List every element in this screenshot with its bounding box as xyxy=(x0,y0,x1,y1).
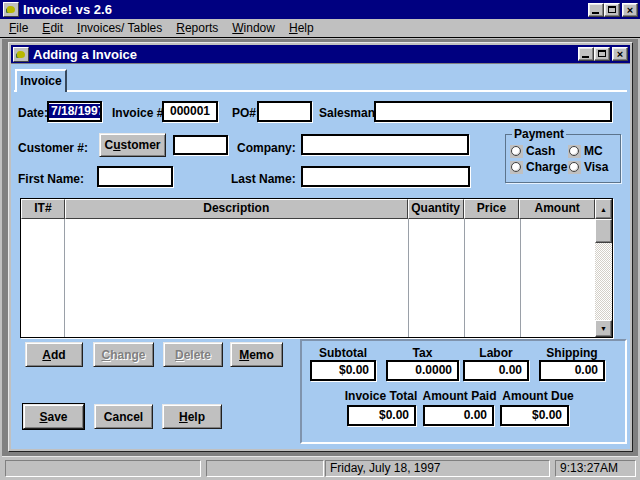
column-header-quantity[interactable]: Quantity xyxy=(408,199,464,219)
dialog-content: Invoice Date: 7/18/1997 Invoice #: 00000… xyxy=(11,63,630,449)
scrollbar-track[interactable]: ▼ xyxy=(595,219,612,337)
amount-due-field[interactable]: $0.00 xyxy=(500,405,569,426)
salesman-label: Salesman: xyxy=(319,106,379,120)
last-name-label: Last Name: xyxy=(231,172,296,186)
date-field[interactable]: 7/18/1997 xyxy=(47,101,102,122)
column-header-item[interactable]: IT# xyxy=(21,199,65,219)
invoice-number-label: Invoice #: xyxy=(112,106,167,120)
menu-bar: File Edit Invoices/ Tables Reports Windo… xyxy=(0,19,640,38)
window-controls: × xyxy=(588,3,638,17)
grid-header-row: IT# Description Quantity Price Amount ▲ xyxy=(21,199,612,219)
payment-legend: Payment xyxy=(512,127,566,141)
first-name-label: First Name: xyxy=(18,172,84,186)
status-date: Friday, July 18, 1997 xyxy=(325,460,550,477)
last-name-field[interactable] xyxy=(301,166,470,187)
dialog-maximize-icon[interactable] xyxy=(594,47,610,61)
amount-due-label: Amount Due xyxy=(498,389,578,403)
radio-icon xyxy=(510,145,523,158)
delete-button[interactable]: Delete xyxy=(163,342,223,367)
dialog-titlebar: Adding a Invoice × xyxy=(11,45,630,63)
invoice-total-field[interactable]: $0.00 xyxy=(347,405,416,426)
radio-icon xyxy=(568,161,581,174)
adding-invoice-window: Adding a Invoice × Invoice Date: 7/18/19… xyxy=(8,42,633,452)
subtotal-label: Subtotal xyxy=(310,346,376,360)
app-titlebar: Invoice! vs 2.6 × xyxy=(0,0,640,19)
help-button[interactable]: Help xyxy=(162,404,222,429)
customer-number-field[interactable] xyxy=(173,135,228,155)
po-label: PO#: xyxy=(232,106,260,120)
add-button[interactable]: Add xyxy=(25,342,83,367)
application-window: Invoice! vs 2.6 × File Edit Invoices/ Ta… xyxy=(0,0,640,480)
menu-window[interactable]: Window xyxy=(225,19,282,37)
tax-label: Tax xyxy=(386,346,459,360)
grid-body[interactable]: ▼ xyxy=(21,219,612,337)
app-title: Invoice! vs 2.6 xyxy=(23,2,112,17)
status-panel-2 xyxy=(206,460,324,477)
change-button[interactable]: Change xyxy=(93,342,154,367)
minimize-icon[interactable] xyxy=(588,3,604,17)
menu-invoices-tables[interactable]: Invoices/ Tables xyxy=(70,19,169,37)
date-label: Date: xyxy=(18,106,48,120)
payment-charge-radio[interactable]: Charge xyxy=(510,160,568,174)
scroll-up-icon[interactable]: ▲ xyxy=(595,199,612,219)
amount-paid-field[interactable]: 0.00 xyxy=(423,405,494,426)
radio-icon xyxy=(568,145,581,158)
tab-strip-line xyxy=(14,90,627,92)
payment-cash-radio[interactable]: Cash xyxy=(510,144,568,158)
invoice-total-label: Invoice Total xyxy=(332,389,430,403)
customer-button[interactable]: Customer xyxy=(99,133,166,157)
subtotal-field[interactable]: $0.00 xyxy=(310,360,376,381)
salesman-field[interactable] xyxy=(374,101,612,122)
maximize-icon[interactable] xyxy=(604,3,620,17)
cancel-button[interactable]: Cancel xyxy=(94,404,153,429)
totals-panel: Subtotal Tax Labor Shipping $0.00 0.0000… xyxy=(300,339,627,444)
menu-reports[interactable]: Reports xyxy=(169,19,225,37)
shipping-field[interactable]: 0.00 xyxy=(539,360,605,381)
date-value: 7/18/1997 xyxy=(49,104,102,118)
status-time: 9:13:27AM xyxy=(555,460,636,477)
dialog-close-icon[interactable]: × xyxy=(612,47,628,61)
scroll-down-icon[interactable]: ▼ xyxy=(595,320,612,337)
mdi-client-area: Adding a Invoice × Invoice Date: 7/18/19… xyxy=(2,39,638,456)
dialog-window-controls: × xyxy=(578,47,628,61)
payment-group: Payment Cash MC Charge Visa xyxy=(505,127,621,183)
save-button[interactable]: Save xyxy=(23,404,84,429)
payment-visa-radio[interactable]: Visa xyxy=(568,160,610,174)
status-panel-1 xyxy=(5,460,201,477)
amount-paid-label: Amount Paid xyxy=(417,389,502,403)
invoice-number-field[interactable]: 000001 xyxy=(162,101,218,122)
labor-field[interactable]: 0.00 xyxy=(463,360,529,381)
column-header-amount[interactable]: Amount xyxy=(519,199,595,219)
po-field[interactable] xyxy=(257,101,312,122)
shipping-label: Shipping xyxy=(539,346,605,360)
menu-help[interactable]: Help xyxy=(282,19,321,37)
customer-number-label: Customer #: xyxy=(18,141,88,155)
dialog-minimize-icon[interactable] xyxy=(578,47,594,61)
column-header-description[interactable]: Description xyxy=(65,199,408,219)
labor-label: Labor xyxy=(463,346,529,360)
status-bar: Friday, July 18, 1997 9:13:27AM xyxy=(2,456,638,480)
tax-field[interactable]: 0.0000 xyxy=(386,360,459,381)
payment-mc-radio[interactable]: MC xyxy=(568,144,605,158)
first-name-field[interactable] xyxy=(97,166,173,187)
column-header-price[interactable]: Price xyxy=(464,199,520,219)
radio-icon xyxy=(510,161,523,174)
memo-button[interactable]: Memo xyxy=(230,342,283,367)
app-icon xyxy=(3,2,19,17)
tab-invoice[interactable]: Invoice xyxy=(15,69,67,92)
scrollbar-thumb[interactable] xyxy=(595,219,612,243)
dialog-icon xyxy=(13,47,29,62)
company-label: Company: xyxy=(237,141,296,155)
dialog-title: Adding a Invoice xyxy=(33,47,137,62)
close-icon[interactable]: × xyxy=(622,3,638,17)
menu-edit[interactable]: Edit xyxy=(35,19,70,37)
line-items-grid: IT# Description Quantity Price Amount ▲ xyxy=(20,198,613,338)
company-field[interactable] xyxy=(301,134,469,155)
menu-file[interactable]: File xyxy=(2,19,35,37)
